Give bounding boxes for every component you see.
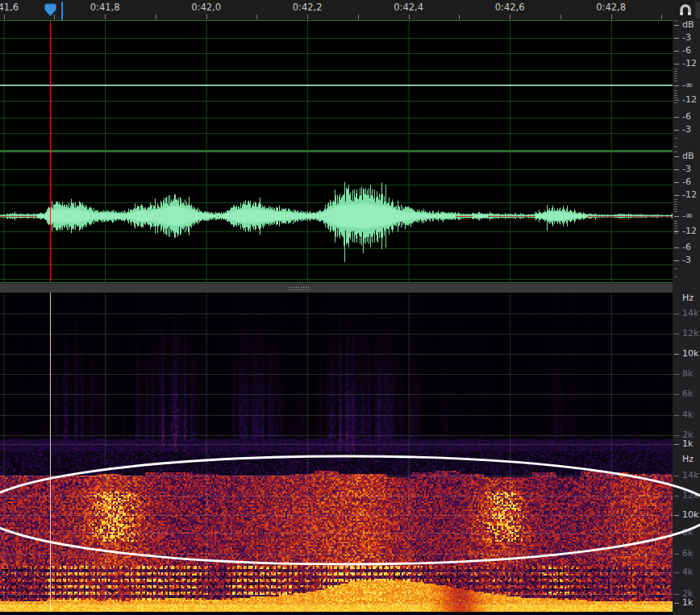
ruler-tick	[206, 15, 207, 19]
scale-tick	[674, 100, 677, 101]
scale-tick	[674, 515, 679, 516]
ruler-tick	[409, 15, 410, 19]
ruler-tick	[611, 15, 612, 19]
scale-tick	[674, 221, 677, 222]
scale-tick	[674, 216, 679, 217]
scale-tick	[674, 152, 677, 152]
scale-tick	[674, 98, 677, 98]
scale-tick	[674, 138, 677, 139]
db-scale-label: -3	[682, 125, 691, 134]
db-scale-label: dB	[682, 20, 694, 29]
db-scale-label: -∞	[682, 81, 693, 89]
ruler-tick	[560, 15, 561, 19]
scale-tick	[674, 223, 677, 224]
db-scale-label: -12	[682, 59, 697, 68]
vertical-scale-column[interactable]: dB-3-6-12-∞-12-6-3dB-3-6-12-∞-12-6-3Hz14…	[673, 20, 700, 615]
ruler-tick	[459, 15, 460, 19]
time-label: 0:42,0	[191, 2, 221, 13]
scale-tick	[674, 206, 677, 207]
scale-tick	[674, 20, 677, 21]
db-scale-label: dB	[682, 152, 694, 160]
scale-tick	[674, 102, 677, 103]
scale-tick	[674, 76, 677, 77]
playhead-pin-icon[interactable]	[44, 3, 56, 17]
corner-button-strip[interactable]	[695, 2, 700, 19]
ruler-tick	[358, 15, 359, 19]
hz-scale-label: 6k	[682, 389, 693, 398]
spectrogram-panel-channel-1[interactable]	[0, 293, 673, 451]
ruler-tick	[256, 15, 257, 19]
playhead-line-waveform	[50, 20, 52, 283]
db-scale-label: -∞	[682, 211, 693, 220]
time-label: 0:42,6	[495, 2, 525, 13]
hz-scale-label: 10k	[682, 510, 698, 519]
scale-tick	[674, 334, 679, 335]
scale-tick	[674, 71, 677, 72]
ruler-tick	[4, 15, 5, 19]
scale-tick	[674, 69, 677, 69]
scale-tick	[674, 247, 679, 248]
scale-tick	[674, 195, 679, 196]
hz-scale-label: 12k	[682, 491, 698, 500]
scale-tick	[674, 476, 679, 476]
scale-tick	[674, 435, 679, 436]
waveform-panel-channel-2[interactable]	[0, 152, 673, 283]
db-scale-label: -6	[682, 46, 691, 55]
hz-scale-label: 6k	[682, 549, 693, 558]
splitter-grip-icon[interactable]	[288, 286, 310, 291]
db-scale-label: -3	[682, 164, 691, 173]
scale-tick	[674, 156, 679, 157]
spectrogram-bottom-edge	[0, 612, 673, 615]
timeline-ruler[interactable]: 0:41,60:41,80:42,00:42,20:42,40:42,60:42…	[0, 0, 673, 20]
app-window: 0:41,60:41,80:42,00:42,20:42,40:42,60:42…	[0, 0, 700, 615]
scale-tick	[674, 314, 679, 314]
playhead-line-spectrogram	[50, 293, 52, 612]
scale-tick	[674, 78, 677, 79]
ruler-corner	[673, 0, 700, 20]
waveform-panel-channel-1[interactable]	[0, 20, 673, 152]
scale-tick	[674, 202, 677, 202]
scale-tick	[674, 204, 677, 205]
scale-tick	[674, 226, 677, 226]
time-label: 0:42,4	[394, 2, 423, 13]
scale-tick	[674, 276, 677, 277]
db-scale-label: -12	[682, 95, 697, 104]
scale-tick	[674, 130, 679, 131]
scale-tick	[674, 169, 679, 170]
scale-tick	[674, 117, 679, 118]
db-scale-label: -12	[682, 190, 697, 199]
scale-tick	[674, 209, 677, 210]
scale-tick	[674, 146, 677, 147]
scale-tick	[674, 603, 679, 604]
scale-tick	[674, 25, 679, 26]
hz-scale-label: 4k	[682, 567, 693, 576]
scale-tick	[674, 51, 679, 52]
time-label: 0:42,8	[596, 2, 626, 13]
db-scale-label: -6	[682, 177, 691, 186]
scale-tick	[674, 533, 679, 534]
scale-tick	[674, 182, 679, 183]
ruler-tick	[307, 15, 308, 19]
spectrogram-panel-channel-2[interactable]	[0, 451, 673, 612]
db-scale-label: -6	[682, 243, 691, 251]
hz-scale-title: Hz	[682, 455, 694, 463]
scale-tick	[674, 572, 679, 573]
scale-tick	[674, 90, 677, 91]
scale-tick	[674, 374, 679, 375]
scale-tick	[674, 93, 677, 93]
time-label: 0:41,8	[90, 2, 120, 13]
db-scale-label: -6	[682, 112, 691, 121]
db-scale-label: -12	[682, 226, 697, 235]
hz-scale-label: 1k	[682, 598, 693, 607]
magnet-icon[interactable]	[677, 2, 694, 18]
scale-tick	[674, 211, 677, 212]
time-label: 0:42,2	[293, 2, 323, 13]
scale-tick	[674, 554, 679, 555]
scale-tick	[674, 38, 679, 39]
ruler-tick	[105, 15, 106, 19]
scale-tick	[674, 394, 679, 395]
scale-tick	[674, 260, 679, 261]
scale-tick	[674, 64, 679, 64]
hz-scale-label: 8k	[682, 369, 693, 378]
scale-tick	[674, 228, 677, 229]
